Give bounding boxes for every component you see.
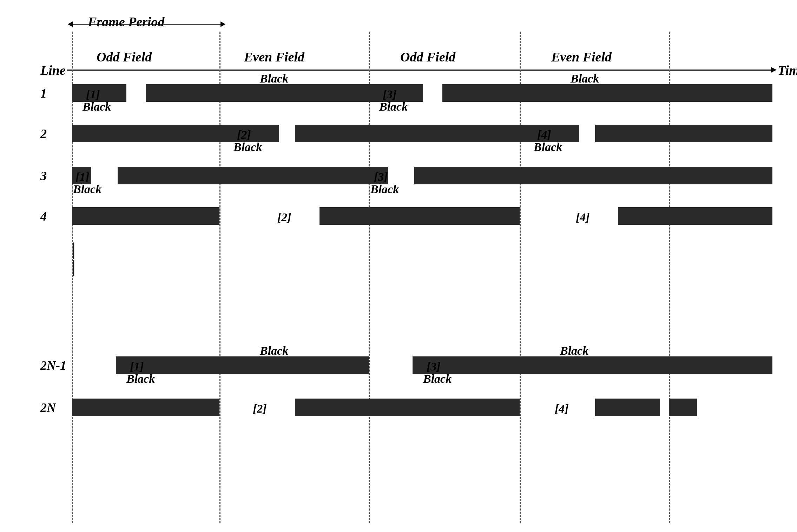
line1-even1-dark	[219, 84, 369, 102]
vdash-2	[369, 32, 370, 523]
line1-even2-dark	[520, 84, 669, 102]
line-num-1: 1	[40, 86, 47, 101]
black-label-2n1-3: Black	[423, 372, 452, 386]
line2-after-dark	[669, 125, 772, 142]
frame-period-label: Frame Period	[88, 14, 164, 29]
line3-even2-dark	[520, 167, 669, 184]
line4-odd1-dark	[72, 207, 219, 225]
line4-odd2-dark	[369, 207, 520, 225]
frame-label-line2-4: [4]	[537, 128, 551, 142]
black-label-line1-1: Black	[83, 100, 111, 113]
line4-even2-dark-b	[618, 207, 669, 225]
black-label-line1-even2: Black	[571, 72, 599, 85]
line3-odd1-dark-b	[118, 167, 219, 184]
line2-even1-dark-b	[295, 125, 369, 142]
black-label-2n1-even2: Black	[560, 344, 588, 357]
black-label-line2-2: Black	[233, 140, 262, 154]
frame-label-line1-3: [3]	[383, 88, 397, 101]
frame-label-line3-1: [1]	[75, 170, 90, 184]
even-field-label-1: Even Field	[244, 49, 304, 65]
line4-after-dark	[669, 207, 772, 225]
line2n-even2-dark-a	[595, 399, 660, 416]
even-field-label-2: Even Field	[551, 49, 612, 65]
black-label-line3-1: Black	[73, 183, 101, 196]
time-axis	[67, 70, 772, 71]
line-num-4: 4	[40, 209, 47, 224]
line2-odd1-dark	[72, 125, 219, 142]
black-label-2n1-even1: Black	[260, 344, 288, 357]
line-num-2n: 2N	[40, 400, 56, 415]
line-num-2: 2	[40, 126, 47, 141]
odd-field-label-1: Odd Field	[97, 49, 152, 65]
line2n1-even2-dark	[520, 356, 669, 374]
line2-odd2-dark	[369, 125, 520, 142]
frame-label-line3-3: [3]	[374, 170, 388, 184]
line4-even1-dark-b	[320, 207, 369, 225]
line2n1-even1-dark	[219, 356, 369, 374]
line-label: Line	[40, 63, 66, 78]
line2n-odd2-dark	[369, 399, 520, 416]
line-num-2n1: 2N-1	[40, 358, 66, 373]
time-label: Time	[778, 63, 797, 78]
black-label-line1-3: Black	[379, 100, 408, 113]
line2n-even1-dark	[295, 399, 369, 416]
line-num-3: 3	[40, 169, 47, 183]
frame-label-line4-2: [2]	[277, 211, 291, 224]
vdash-4	[669, 32, 670, 523]
line2n-odd1-dark	[72, 399, 219, 416]
black-label-line1-even1: Black	[260, 72, 288, 85]
frame-label-2n-2: [2]	[253, 402, 267, 415]
ellipsis-left2: |	[72, 256, 77, 277]
vdash-1	[219, 32, 220, 523]
line1-odd1-dark-b	[146, 84, 219, 102]
frame-label-2n-4: [4]	[555, 402, 569, 415]
line2n-after-dark	[669, 399, 697, 416]
vdash-0	[72, 32, 73, 523]
black-label-2n1-1: Black	[126, 372, 155, 386]
line2n1-after-dark	[669, 356, 772, 374]
vdash-3	[520, 32, 521, 523]
line2-even2-dark-b	[595, 125, 669, 142]
line3-even1-dark	[219, 167, 369, 184]
frame-label-line1-1: [1]	[86, 88, 100, 101]
frame-label-2n1-1: [1]	[130, 360, 144, 373]
line1-after-dark	[669, 84, 772, 102]
frame-label-line4-4: [4]	[576, 211, 590, 224]
black-label-line2-4: Black	[534, 140, 562, 154]
black-label-line3-3: Black	[370, 183, 399, 196]
odd-field-label-2: Odd Field	[400, 49, 455, 65]
frame-label-2n1-3: [3]	[427, 360, 441, 373]
frame-label-line2-2: [2]	[237, 128, 251, 142]
line3-after-dark	[669, 167, 772, 184]
line3-odd2-dark-b	[414, 167, 520, 184]
diagram-container: Frame Period Time Line Odd Field Even Fi…	[21, 11, 786, 523]
line1-odd2-dark-b	[442, 84, 520, 102]
